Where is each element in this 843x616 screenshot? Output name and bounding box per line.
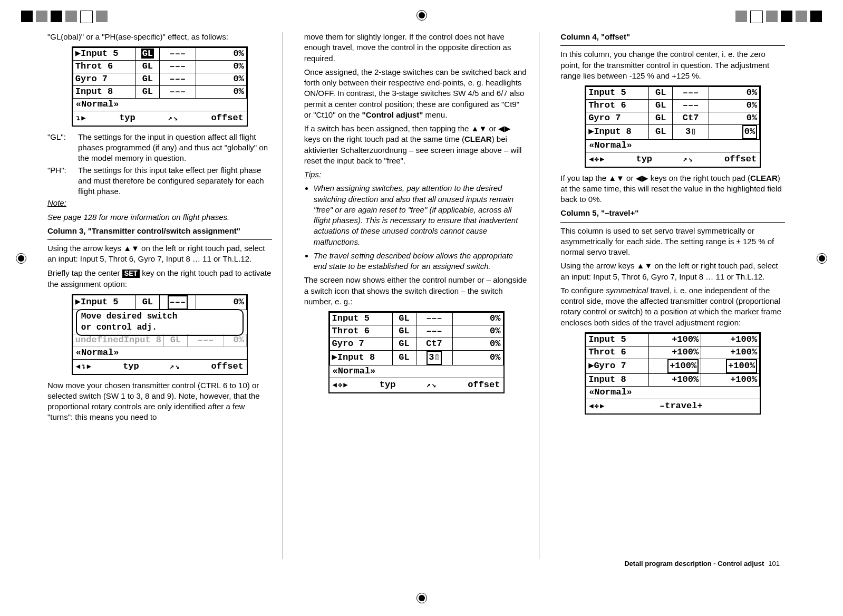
note-label: Note:: [47, 198, 272, 208]
ph-text: The settings for this input take effect …: [78, 165, 272, 197]
col-2: move them for slightly longer. If the co…: [304, 32, 540, 559]
crop-icon: [416, 10, 427, 21]
tip-2: The travel setting described below allow…: [314, 251, 529, 272]
lcd-3: Input 5GL–––0%Throt 6GL–––0%Gyro 7GLCt70…: [328, 311, 505, 393]
p1b: Briefly tap the center SET key on the ri…: [47, 268, 272, 290]
tips-label: Tips:: [304, 169, 529, 180]
gl-text: The settings for the input in question a…: [78, 132, 272, 164]
content-columns: "GL(obal)" or a "PH(ase-specific)" effec…: [47, 32, 796, 559]
heading-col3: Column 3, "Transmitter control/switch as…: [47, 226, 272, 236]
heading-col5: Column 5, "–travel+": [560, 208, 785, 218]
col-1: "GL(obal)" or a "PH(ase-specific)" effec…: [47, 32, 283, 559]
gl-term: "GL":: [47, 132, 73, 164]
intro: "GL(obal)" or a "PH(ase-specific)" effec…: [47, 32, 272, 42]
page: "GL(obal)" or a "PH(ase-specific)" effec…: [0, 0, 843, 616]
page-footer: Detail program description - Control adj…: [624, 559, 780, 569]
note-text: See page 128 for more information on fli…: [47, 212, 272, 223]
lcd-4: Input 5GL–––0%Throt 6GL–––0%Gyro 7GLCt70…: [585, 85, 761, 168]
p2: Now move your chosen transmitter control…: [47, 380, 272, 423]
phase-label: «Normal»: [73, 99, 247, 111]
tip-1: When assigning switches, pay attention t…: [314, 183, 529, 247]
col-3: Column 4, "offset" In this column, you c…: [560, 32, 796, 559]
heading-col4: Column 4, "offset": [560, 32, 785, 42]
set-button[interactable]: SET: [122, 270, 140, 278]
crop-icon: [817, 253, 827, 264]
p1a: Using the arrow keys ▲▼ on the left or r…: [47, 243, 272, 265]
lcd-1: ▶Input 5GL–––0%Throt 6GL–––0%Gyro 7GL–––…: [72, 46, 248, 127]
crop-top: [21, 11, 822, 23]
crop-icon: [416, 593, 427, 603]
dialog: Move desired switch or control adj.: [76, 309, 244, 336]
crop-icon: [16, 253, 26, 264]
lcd-5: Input 5+100%+100%Throt 6+100%+100%▶Gyro …: [585, 332, 761, 415]
lcd-2: ▶Input 5GL–––0% Move desired switch or c…: [72, 294, 248, 375]
ph-term: "PH":: [47, 165, 73, 197]
